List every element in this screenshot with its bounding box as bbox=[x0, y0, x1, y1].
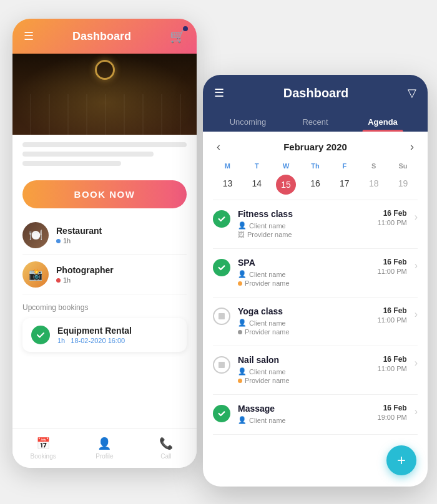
booking-info: Equipment Rental 1h 18-02-2020 16:00 bbox=[57, 326, 132, 344]
spa-provider: Provider name bbox=[238, 279, 370, 287]
service-item[interactable]: 📸 Photographer 1h bbox=[22, 255, 187, 294]
booking-date: 18-02-2020 16:00 bbox=[71, 337, 125, 344]
massage-time: 19:00 PM bbox=[378, 414, 407, 421]
nav-item-bookings[interactable]: 📅 Bookings bbox=[12, 429, 74, 468]
day-label-w: W bbox=[272, 161, 301, 171]
fab-add-button[interactable]: + bbox=[386, 445, 416, 475]
calendar-month: February 2020 bbox=[283, 142, 347, 152]
spa-name: SPA bbox=[238, 258, 370, 268]
status-pending-icon bbox=[213, 356, 230, 374]
call-label: Call bbox=[160, 453, 171, 460]
restaurant-avatar-img: 🍽️ bbox=[22, 222, 49, 248]
right-tabs: Uncoming Recent Agenda bbox=[203, 111, 428, 132]
nail-salon-client: 👤 Client name bbox=[238, 367, 370, 376]
hourglass-shape bbox=[219, 362, 225, 368]
fitness-client: 👤 Client name bbox=[238, 221, 370, 230]
agenda-item-spa[interactable]: SPA 👤 Client name Provider name 16 Feb 1… bbox=[213, 249, 418, 298]
fitness-time: 11:00 PM bbox=[378, 219, 407, 226]
fitness-date: 16 Feb 11:00 PM bbox=[378, 209, 407, 226]
photographer-avatar-img: 📸 bbox=[22, 261, 49, 288]
agenda-item-massage[interactable]: Massage 👤 Client name 16 Feb 19:00 PM › bbox=[213, 395, 418, 435]
left-header-title: Dashboard bbox=[72, 30, 131, 43]
status-done-icon bbox=[213, 405, 230, 422]
right-header-title: Dashboard bbox=[283, 86, 348, 100]
filter-icon[interactable]: ▽ bbox=[408, 86, 416, 100]
status-done-icon bbox=[213, 210, 230, 228]
cal-date-19[interactable]: 19 bbox=[388, 175, 418, 195]
skeleton-line bbox=[22, 152, 154, 157]
spa-details: SPA 👤 Client name Provider name bbox=[238, 258, 370, 288]
restaurant-info: Restaurant 1h bbox=[56, 226, 102, 245]
time-dot-red bbox=[56, 278, 61, 283]
spa-date-text: 16 Feb bbox=[378, 258, 407, 266]
service-list: 🍽️ Restaurant 1h 📸 Photographer 1h bbox=[12, 216, 197, 294]
calendar-dates: 13 14 15 16 17 18 19 bbox=[213, 175, 418, 195]
nail-salon-name: Nail salon bbox=[238, 355, 370, 365]
fitness-details: Fitness class 👤 Client name 🖼 Provider n… bbox=[238, 209, 370, 240]
hero-lamp bbox=[95, 60, 115, 80]
calendar-days-header: M T W Th F S Su bbox=[213, 161, 418, 171]
book-now-button[interactable]: BOOK NOW bbox=[22, 180, 187, 208]
yoga-time: 11:00 PM bbox=[378, 316, 407, 324]
agenda-item-yoga[interactable]: Yoga class 👤 Client name Provider name 1… bbox=[213, 298, 418, 346]
cal-date-13[interactable]: 13 bbox=[213, 175, 242, 195]
day-label-m: M bbox=[213, 161, 242, 171]
agenda-item-fitness[interactable]: Fitness class 👤 Client name 🖼 Provider n… bbox=[213, 200, 418, 249]
nav-item-call[interactable]: 📞 Call bbox=[135, 429, 197, 468]
photographer-info: Photographer 1h bbox=[56, 265, 114, 284]
status-pending-icon bbox=[213, 308, 230, 325]
cal-date-16[interactable]: 16 bbox=[301, 175, 330, 195]
spa-time: 11:00 PM bbox=[378, 268, 407, 275]
provider-dot-orange bbox=[238, 281, 242, 286]
massage-details: Massage 👤 Client name bbox=[238, 404, 370, 425]
nav-item-profile[interactable]: 👤 Profile bbox=[74, 429, 135, 468]
time-dot-blue bbox=[56, 239, 61, 243]
bookings-label: Bookings bbox=[31, 453, 56, 460]
cal-date-18[interactable]: 18 bbox=[359, 175, 388, 195]
hamburger-icon[interactable]: ☰ bbox=[24, 29, 34, 43]
cal-date-15-today[interactable]: 15 bbox=[276, 175, 296, 195]
next-month-button[interactable]: › bbox=[406, 139, 418, 155]
provider-icon: 🖼 bbox=[238, 231, 245, 238]
day-label-f: F bbox=[330, 161, 359, 171]
fitness-date-text: 16 Feb bbox=[378, 209, 407, 218]
tab-uncoming[interactable]: Uncoming bbox=[214, 111, 282, 132]
hourglass-shape bbox=[219, 313, 225, 319]
service-item[interactable]: 🍽️ Restaurant 1h bbox=[22, 216, 187, 255]
skeleton-line bbox=[22, 161, 121, 166]
photographer-avatar: 📸 bbox=[22, 261, 49, 288]
massage-date-text: 16 Feb bbox=[378, 404, 407, 412]
day-label-t: T bbox=[242, 161, 272, 171]
agenda-list: Fitness class 👤 Client name 🖼 Provider n… bbox=[203, 200, 428, 462]
day-label-th: Th bbox=[301, 161, 330, 171]
restaurant-avatar: 🍽️ bbox=[22, 222, 49, 248]
provider-dot-gray bbox=[238, 330, 242, 334]
booking-card[interactable]: Equipment Rental 1h 18-02-2020 16:00 bbox=[22, 318, 187, 352]
right-hamburger-icon[interactable]: ☰ bbox=[214, 86, 224, 100]
yoga-provider: Provider name bbox=[238, 328, 370, 336]
nail-salon-date-text: 16 Feb bbox=[378, 355, 407, 364]
photographer-name: Photographer bbox=[56, 265, 114, 275]
client-icon: 👤 bbox=[238, 270, 247, 278]
cart-icon[interactable]: 🛒 bbox=[170, 29, 185, 44]
massage-date: 16 Feb 19:00 PM bbox=[378, 404, 407, 421]
left-header: ☰ Dashboard 🛒 bbox=[12, 19, 197, 54]
agenda-item-nail-salon[interactable]: Nail salon 👤 Client name Provider name 1… bbox=[213, 346, 418, 395]
provider-dot-orange bbox=[238, 379, 242, 383]
tab-recent[interactable]: Recent bbox=[282, 111, 349, 132]
skeleton-section bbox=[12, 135, 197, 175]
nail-salon-details: Nail salon 👤 Client name Provider name bbox=[238, 355, 370, 385]
book-now-section: BOOK NOW bbox=[12, 175, 197, 216]
cal-date-14[interactable]: 14 bbox=[242, 175, 272, 195]
prev-month-button[interactable]: ‹ bbox=[213, 139, 224, 155]
nail-salon-chevron: › bbox=[415, 357, 418, 369]
cart-dot bbox=[183, 26, 188, 31]
yoga-details: Yoga class 👤 Client name Provider name bbox=[238, 306, 370, 337]
spa-chevron: › bbox=[415, 260, 418, 271]
client-icon: 👤 bbox=[238, 367, 247, 376]
nail-salon-provider: Provider name bbox=[238, 377, 370, 384]
yoga-chevron: › bbox=[415, 309, 418, 320]
cal-date-17[interactable]: 17 bbox=[330, 175, 359, 195]
bookings-icon: 📅 bbox=[36, 437, 50, 450]
tab-agenda[interactable]: Agenda bbox=[349, 111, 416, 132]
